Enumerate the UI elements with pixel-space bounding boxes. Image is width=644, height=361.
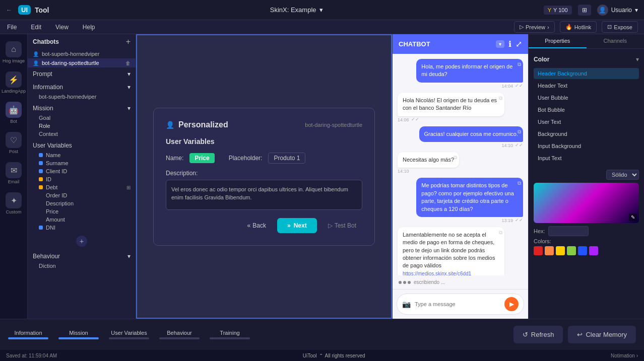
behaviour-label: Behaviour xyxy=(33,253,60,260)
menu-view[interactable]: View xyxy=(52,23,72,32)
next-button[interactable]: » Next xyxy=(277,218,317,233)
rights-label: All rights reserved xyxy=(325,353,365,358)
expose-button[interactable]: ⊡ Expose xyxy=(602,21,638,33)
message-6: ⧉ Lamentablemente no se acepta el medio … xyxy=(398,227,523,275)
menu-help[interactable]: Help xyxy=(80,23,98,32)
mission-context[interactable]: Context xyxy=(28,130,136,138)
mission-goal[interactable]: Goal xyxy=(28,114,136,122)
bot-name-spottedturtle: bot-daring-spottedturtle xyxy=(42,60,99,66)
color-collapse-icon[interactable]: ▾ xyxy=(636,56,639,63)
y-icon: Y xyxy=(548,7,551,13)
information-sub-item[interactable]: bot-superb-hornedviper xyxy=(28,93,136,101)
menu-action-bar: File Edit View Help ▷ Preview › 🔥 Hotlin… xyxy=(0,20,644,34)
hex-input[interactable] xyxy=(548,226,589,236)
chatbot-info-button[interactable]: ℹ xyxy=(508,39,511,49)
bot-item-hornedviper[interactable]: 👤 bot-superb-hornedviper xyxy=(28,49,136,58)
tab-properties[interactable]: Properties xyxy=(529,34,587,48)
msg-copy-icon-1[interactable]: ⧉ xyxy=(518,61,521,68)
test-bot-button[interactable]: ▷ Test Bot xyxy=(322,219,362,232)
tab-channels[interactable]: Channels xyxy=(587,34,645,48)
color-user-text[interactable]: User Text xyxy=(534,116,639,127)
chatbots-header: Chatbots + xyxy=(28,34,136,49)
add-variable-button[interactable]: + xyxy=(76,236,87,247)
mission-header[interactable]: Mission ▾ xyxy=(28,103,136,114)
var-id-dot xyxy=(39,177,43,181)
hotlink-button[interactable]: 🔥 Hotlink xyxy=(560,21,597,33)
prompt-header[interactable]: Prompt ▾ xyxy=(28,68,136,80)
preview-button[interactable]: ▷ Preview › xyxy=(514,21,555,33)
var-order-id[interactable]: Order ID xyxy=(28,191,136,199)
chatbot-expand-button[interactable]: ⤢ xyxy=(516,39,522,49)
sidebar-item-email[interactable]: ✉ Email xyxy=(0,159,27,187)
color-chip-purple[interactable] xyxy=(589,246,598,255)
add-chatbot-button[interactable]: + xyxy=(126,37,131,46)
menu-edit[interactable]: Edit xyxy=(28,23,44,32)
information-header[interactable]: Information ▾ xyxy=(28,82,136,93)
msg-link-6[interactable]: https://medios.skinx.site/c6dd1 xyxy=(403,271,471,275)
msg-copy-icon-3[interactable]: ⧉ xyxy=(518,128,521,135)
var-name[interactable]: Name xyxy=(28,151,136,159)
color-chip-yellow[interactable] xyxy=(556,246,565,255)
back-icon[interactable]: ← xyxy=(6,7,12,14)
delete-bot-icon[interactable]: 🗑 xyxy=(125,60,131,66)
var-description[interactable]: Description xyxy=(28,199,136,207)
behaviour-section: Behaviour ▾ Diction xyxy=(28,250,136,271)
msg-copy-icon-5[interactable]: ⧉ xyxy=(518,180,521,187)
var-client-id[interactable]: Client ID xyxy=(28,167,136,175)
refresh-button[interactable]: ↺ Refresh xyxy=(513,326,563,343)
color-header-bg[interactable]: Header Background xyxy=(534,68,639,79)
title-chevron[interactable]: ▾ xyxy=(319,6,323,14)
behaviour-diction[interactable]: Diction xyxy=(28,262,136,270)
var-surname[interactable]: Surname xyxy=(28,159,136,167)
msg-text-1: Hola, me podes informar el origen de mi … xyxy=(421,63,512,77)
color-bot-bubble[interactable]: Bot Bubble xyxy=(534,104,639,115)
color-chip-orange[interactable] xyxy=(545,246,554,255)
heart-icon: ♡ xyxy=(6,132,22,148)
color-background[interactable]: Background xyxy=(534,128,639,139)
msg-copy-icon-2[interactable]: ⧉ xyxy=(499,95,502,102)
var-debt[interactable]: Debt ⊞ xyxy=(28,183,136,191)
sidebar-item-post[interactable]: ♡ Post xyxy=(0,129,27,157)
colors-label: Colors: xyxy=(534,238,639,244)
color-chip-green[interactable] xyxy=(567,246,576,255)
color-input-bg[interactable]: Input Background xyxy=(534,140,639,152)
color-header-text[interactable]: Header Text xyxy=(534,80,639,91)
back-button[interactable]: « Back xyxy=(241,219,272,232)
step-information-label: Information xyxy=(14,330,42,336)
user-variables-header[interactable]: User Variables xyxy=(28,140,136,151)
sidebar-item-custom[interactable]: ✦ Custom xyxy=(0,189,27,218)
sidebar-item-bot[interactable]: 🤖 Bot xyxy=(0,99,27,127)
modal-section-title: User Variables xyxy=(166,137,362,146)
chatbot-panel: CHATBOT ▾ ℹ ⤢ ⧉ Hola, me podes informar … xyxy=(392,34,528,319)
color-edit-button[interactable]: ✎ xyxy=(629,213,637,221)
var-id[interactable]: ID xyxy=(28,175,136,183)
chatbot-message-input[interactable] xyxy=(415,301,500,307)
color-user-bubble[interactable]: User Bubble xyxy=(534,92,639,103)
behaviour-header[interactable]: Behaviour ▾ xyxy=(28,251,136,262)
bot-item-spottedturtle[interactable]: 👤 bot-daring-spottedturtle 🗑 xyxy=(28,58,136,67)
msg-copy-icon-6[interactable]: ⧉ xyxy=(499,229,502,236)
var-price[interactable]: Price xyxy=(28,207,136,215)
var-dni[interactable]: DNI xyxy=(28,224,136,232)
sidebar-item-app[interactable]: ⚡ LandingApp xyxy=(0,68,27,97)
solid-select[interactable]: Sólido xyxy=(606,170,639,180)
msg-text-2: Hola Nicolás! El origen de tu deuda es c… xyxy=(403,97,497,111)
color-input-text[interactable]: Input Text xyxy=(534,153,639,164)
menu-file[interactable]: File xyxy=(4,23,20,32)
attach-icon[interactable]: 📷 xyxy=(402,300,411,308)
color-swatch[interactable]: ✎ xyxy=(534,183,639,223)
behaviour-chevron-icon: ▾ xyxy=(127,253,131,260)
color-chip-blue[interactable] xyxy=(578,246,587,255)
var-amount[interactable]: Amount xyxy=(28,215,136,224)
clear-memory-button[interactable]: ↩ Clear Memory xyxy=(568,326,636,343)
hex-row: Hex: xyxy=(534,226,639,236)
sidebar-item-home[interactable]: ⌂ Hog Image xyxy=(0,38,27,66)
user-menu[interactable]: 👤 Usuario ▾ xyxy=(597,5,638,16)
color-chip-red[interactable] xyxy=(534,246,543,255)
mission-role[interactable]: Role xyxy=(28,122,136,130)
grid-button[interactable]: ⊞ xyxy=(578,5,591,16)
send-button[interactable]: ▶ xyxy=(504,297,519,311)
msg-copy-icon-4[interactable]: ⧉ xyxy=(454,154,457,161)
chatbot-dropdown[interactable]: ▾ xyxy=(496,40,504,48)
modal-name-row: Name: Price Placeholder: Produto 1 xyxy=(166,153,362,164)
